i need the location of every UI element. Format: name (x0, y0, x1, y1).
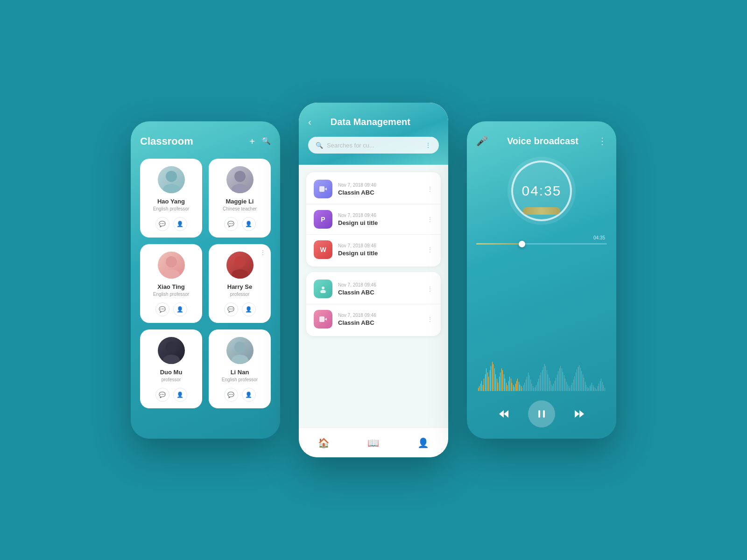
message-btn[interactable]: 💬 (224, 302, 238, 316)
person-role: professor (230, 292, 250, 297)
search-bar[interactable]: 🔍 Searches for cu... ⋮ (308, 137, 439, 154)
file-more-icon[interactable]: ⋮ (427, 285, 433, 293)
file-icon-word: W (314, 240, 332, 259)
file-item[interactable]: Nov 7, 2018 09:46 Classin ABC ⋮ (306, 304, 441, 334)
avatar-li-nan (226, 337, 254, 364)
screen1-header: Classroom + 🔍 (140, 135, 271, 147)
message-btn[interactable]: 💬 (155, 302, 169, 316)
person-card-duo-mu[interactable]: Duo Mu professor 💬 👤 (140, 329, 202, 408)
svg-point-4 (166, 256, 177, 267)
more-options-icon[interactable]: ⋮ (598, 135, 607, 147)
person-card-harry-se[interactable]: ⋮ Harry Se professor 💬 👤 (209, 244, 271, 323)
message-btn[interactable]: 💬 (155, 388, 169, 402)
svg-point-8 (166, 342, 177, 353)
filter-icon[interactable]: ⋮ (425, 141, 431, 149)
file-info: Nov 7, 2018 09:46 Classin ABC (338, 282, 421, 296)
file-item[interactable]: P Nov 7, 2018 09:46 Design ui title ⋮ (306, 204, 441, 234)
back-button[interactable]: ‹ (308, 117, 311, 127)
svg-rect-20 (538, 410, 540, 418)
person-name: Duo Mu (160, 369, 183, 376)
svg-marker-19 (504, 410, 508, 418)
file-icon-ppt: P (314, 210, 332, 229)
profile-btn[interactable]: 👤 (242, 217, 256, 231)
file-name: Design ui title (338, 219, 421, 226)
voice-broadcast-screen: 🎤 Voice broadcast ⋮ 04:35 04:35 (467, 121, 616, 439)
file-info: Nov 7, 2018 09:46 Design ui title (338, 213, 421, 226)
pause-button[interactable] (528, 400, 555, 427)
profile-btn[interactable]: 👤 (242, 388, 256, 402)
person-role: English professor (222, 377, 258, 382)
svg-point-14 (322, 287, 324, 289)
file-item[interactable]: W Nov 7, 2018 09:46 Design ui title ⋮ (306, 234, 441, 265)
card-actions: 💬 👤 (155, 388, 187, 402)
data-management-title: Data Management (311, 117, 430, 127)
svg-rect-12 (319, 186, 324, 192)
svg-marker-17 (324, 318, 327, 321)
file-more-icon[interactable]: ⋮ (427, 216, 433, 223)
progress-thumb[interactable] (519, 241, 525, 247)
rewind-button[interactable] (493, 404, 514, 424)
svg-marker-22 (575, 410, 579, 418)
screen1-actions: + 🔍 (249, 136, 271, 147)
file-icon-video (314, 180, 332, 198)
forward-button[interactable] (569, 404, 590, 424)
svg-rect-16 (319, 316, 324, 322)
file-info: Nov 7, 2018 09:46 Design ui title (338, 243, 421, 257)
file-group-1: Nov 7, 2018 09:46 Classin ABC ⋮ P Nov 7,… (306, 172, 441, 266)
file-icon-image (314, 280, 332, 298)
svg-point-10 (234, 342, 246, 353)
file-date: Nov 7, 2018 09:46 (338, 182, 421, 188)
profile-btn[interactable]: 👤 (173, 217, 187, 231)
person-card-xiao-ting[interactable]: Xiao Ting English professor 💬 👤 (140, 244, 202, 323)
file-name: Classin ABC (338, 189, 421, 196)
file-more-icon[interactable]: ⋮ (427, 185, 433, 193)
file-item[interactable]: Nov 7, 2018 09:46 Classin ABC ⋮ (306, 274, 441, 304)
nav-profile-icon[interactable]: 👤 (417, 437, 429, 448)
file-more-icon[interactable]: ⋮ (427, 246, 433, 253)
file-date: Nov 7, 2018 09:46 (338, 243, 421, 248)
more-options-icon[interactable]: ⋮ (260, 249, 266, 256)
person-role: professor (162, 377, 181, 382)
card-actions: 💬 👤 (224, 388, 256, 402)
person-name: Maggie Li (226, 198, 254, 205)
search-placeholder: Searches for cu... (327, 142, 421, 149)
svg-marker-13 (324, 188, 327, 190)
person-card-maggie-li[interactable]: Maggie Li Chinese teacher 💬 👤 (209, 159, 271, 238)
file-date: Nov 7, 2018 09:46 (338, 313, 421, 318)
profile-btn[interactable]: 👤 (242, 302, 256, 316)
message-btn[interactable]: 💬 (224, 388, 238, 402)
file-info: Nov 7, 2018 09:46 Classin ABC (338, 182, 421, 196)
nav-book-icon[interactable]: 📖 (367, 437, 379, 448)
search-icon[interactable]: 🔍 (261, 136, 271, 147)
timer-section: 04:35 (476, 161, 607, 221)
file-group-2: Nov 7, 2018 09:46 Classin ABC ⋮ Nov 7, 2… (306, 272, 441, 336)
timer-display: 04:35 (521, 183, 561, 199)
svg-point-1 (163, 184, 180, 193)
file-more-icon[interactable]: ⋮ (427, 315, 433, 323)
screen2-header: ‹ Data Management (308, 117, 439, 127)
add-icon[interactable]: + (249, 136, 255, 147)
nav-home-icon[interactable]: 🏠 (318, 437, 330, 448)
file-item[interactable]: Nov 7, 2018 09:46 Classin ABC ⋮ (306, 174, 441, 204)
screens-container: Classroom + 🔍 Hao Yang English professor… (131, 103, 616, 457)
profile-btn[interactable]: 👤 (173, 388, 187, 402)
card-actions: 💬 👤 (155, 302, 187, 316)
progress-track[interactable] (476, 243, 607, 245)
card-actions: 💬 👤 (224, 302, 256, 316)
svg-point-9 (163, 355, 180, 364)
card-actions: 💬 👤 (224, 217, 256, 231)
avatar-xiao-ting (158, 252, 185, 279)
person-card-hao-yang[interactable]: Hao Yang English professor 💬 👤 (140, 159, 202, 238)
person-card-li-nan[interactable]: Li Nan English professor 💬 👤 (209, 329, 271, 408)
svg-marker-23 (579, 410, 584, 418)
avatar-duo-mu (158, 337, 185, 364)
message-btn[interactable]: 💬 (155, 217, 169, 231)
file-name: Design ui title (338, 250, 421, 257)
persons-grid: Hao Yang English professor 💬 👤 Maggie Li… (140, 159, 271, 408)
svg-point-5 (163, 269, 180, 279)
timer-ring: 04:35 (511, 161, 572, 221)
svg-point-2 (234, 171, 246, 182)
message-btn[interactable]: 💬 (224, 217, 238, 231)
person-name: Harry Se (227, 283, 252, 290)
profile-btn[interactable]: 👤 (173, 302, 187, 316)
